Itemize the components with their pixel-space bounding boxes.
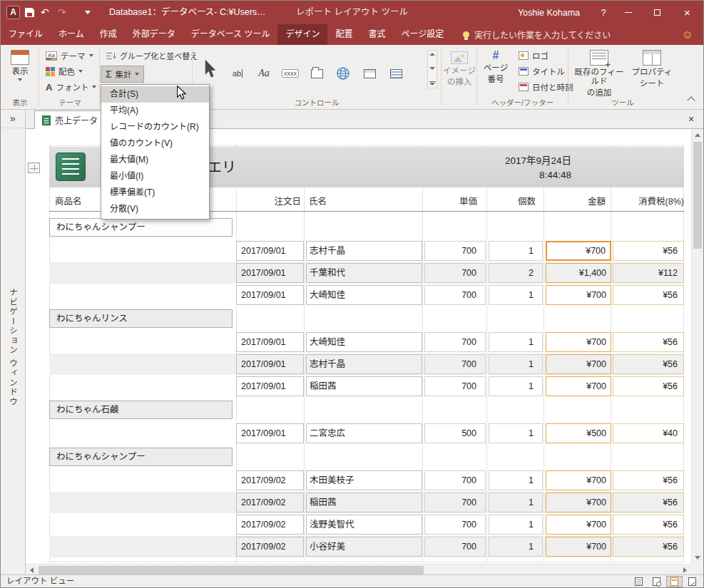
cell-qty[interactable]: 1	[489, 423, 543, 443]
cell-tax[interactable]: ¥56	[613, 332, 684, 352]
add-existing-fields-button[interactable]: 既存のフィールド の追加	[571, 46, 628, 98]
cell-price[interactable]: 700	[424, 285, 486, 305]
vertical-scrollbar[interactable]	[691, 129, 703, 564]
cell-amount[interactable]: ¥700	[546, 376, 611, 396]
cell-tax[interactable]: ¥56	[613, 241, 684, 261]
colors-button[interactable]: 配色	[41, 63, 88, 79]
cell-date[interactable]: 2017/09/01	[236, 376, 304, 396]
ribbon-tab-1[interactable]: ホーム	[51, 24, 92, 45]
cell-amount[interactable]: ¥700	[546, 241, 611, 261]
tell-me-box[interactable]: 実行したい作業を入力してください	[463, 24, 611, 45]
report-logo-icon[interactable]	[56, 153, 86, 181]
textbox-control-button[interactable]: ab	[226, 63, 249, 84]
report-title[interactable]: エリ	[208, 156, 236, 177]
close-document-icon[interactable]: ×	[685, 110, 698, 129]
group-header[interactable]: わにちゃんシャンプー	[49, 218, 233, 237]
print-preview-button[interactable]	[648, 576, 665, 587]
maximize-button[interactable]	[643, 1, 671, 24]
menu-item-0[interactable]: 合計(S)	[101, 86, 209, 103]
column-header-0[interactable]: 商品名	[55, 192, 82, 212]
access-app-icon[interactable]: A	[6, 6, 20, 19]
cell-amount[interactable]: ¥700	[546, 492, 611, 512]
page-number-button[interactable]: # ページ 番号	[479, 46, 512, 84]
cell-tax[interactable]: ¥56	[613, 537, 684, 557]
cell-amount[interactable]: ¥700	[546, 285, 611, 305]
menu-item-1[interactable]: 平均(A)	[101, 103, 209, 119]
cell-date[interactable]: 2017/09/01	[236, 241, 304, 261]
cell-name[interactable]: 浅野美智代	[306, 515, 422, 535]
cell-tax[interactable]: ¥56	[613, 492, 684, 512]
report-time[interactable]: 8:44:48	[539, 170, 571, 180]
menu-item-6[interactable]: 標準偏差(T)	[101, 185, 209, 201]
web-browser-control-button[interactable]	[332, 63, 354, 84]
cell-date[interactable]: 2017/09/01	[236, 423, 304, 443]
ribbon-tab-6[interactable]: 配置	[327, 24, 360, 45]
collapse-ribbon-icon[interactable]	[687, 96, 695, 104]
scroll-up-icon[interactable]	[692, 129, 703, 141]
cell-qty[interactable]: 1	[489, 354, 543, 374]
cell-price[interactable]: 700	[424, 332, 486, 352]
cell-amount[interactable]: ¥700	[546, 354, 611, 374]
cell-date[interactable]: 2017/09/01	[236, 263, 304, 283]
cell-price[interactable]: 700	[424, 470, 486, 490]
cell-qty[interactable]: 1	[489, 537, 543, 557]
menu-item-3[interactable]: 値のカウント(V)	[101, 135, 209, 152]
cell-amount[interactable]: ¥700	[546, 332, 611, 352]
cell-date[interactable]: 2017/09/02	[236, 515, 304, 535]
column-header-1[interactable]: 注文日	[236, 192, 304, 212]
layout-selector-icon[interactable]	[28, 163, 40, 173]
cell-date[interactable]: 2017/09/01	[236, 354, 304, 374]
cell-name[interactable]: 木田美枝子	[306, 470, 422, 490]
cell-price[interactable]: 700	[424, 515, 486, 535]
cell-qty[interactable]: 1	[489, 285, 543, 305]
scroll-down-icon[interactable]	[692, 552, 703, 564]
cell-name[interactable]: 志村千晶	[306, 241, 422, 261]
cell-amount[interactable]: ¥1,400	[546, 263, 611, 283]
ribbon-tab-3[interactable]: 外部データ	[125, 24, 183, 45]
cell-tax[interactable]: ¥56	[613, 470, 684, 490]
cell-name[interactable]: 稲田茜	[306, 492, 422, 512]
combo-box-control-button[interactable]	[384, 63, 407, 84]
design-view-button[interactable]	[684, 576, 700, 587]
quick-access-dropdown-icon[interactable]	[85, 11, 91, 14]
cell-qty[interactable]: 1	[489, 470, 543, 490]
group-and-sort-button[interactable]: グループ化と並べ替え	[101, 48, 203, 63]
cell-name[interactable]: 大崎知佳	[306, 332, 422, 352]
label-control-button[interactable]: Aa	[252, 63, 275, 84]
group-header[interactable]: わにちゃんシャンプー	[49, 448, 233, 466]
layout-view-button[interactable]	[666, 576, 683, 587]
column-header-2[interactable]: 氏名	[309, 192, 327, 212]
tab-control-button[interactable]	[305, 63, 328, 84]
cell-tax[interactable]: ¥56	[613, 354, 684, 374]
cell-tax[interactable]: ¥56	[613, 515, 684, 535]
close-window-button[interactable]: ×	[671, 1, 703, 24]
cell-name[interactable]: 大崎知佳	[306, 285, 422, 305]
group-header[interactable]: わにちゃんリンス	[49, 309, 233, 328]
ribbon-tab-8[interactable]: ページ設定	[393, 24, 452, 45]
cell-amount[interactable]: ¥700	[546, 515, 611, 535]
subform-control-button[interactable]	[358, 63, 381, 84]
cell-price[interactable]: 700	[424, 537, 486, 557]
cell-name[interactable]: 小谷好美	[306, 537, 422, 557]
view-button[interactable]: 表示	[5, 46, 35, 81]
menu-item-2[interactable]: レコードのカウント(R)	[101, 119, 209, 135]
cell-qty[interactable]: 1	[489, 376, 543, 396]
cell-price[interactable]: 700	[424, 492, 486, 512]
cell-date[interactable]: 2017/09/01	[236, 285, 304, 305]
report-date[interactable]: 2017年9月24日	[505, 153, 571, 167]
ribbon-tab-5[interactable]: デザイン	[277, 24, 327, 45]
property-sheet-button[interactable]: プロパティ シート	[630, 46, 674, 88]
ribbon-tab-0[interactable]: ファイル	[1, 24, 51, 45]
feedback-smiley-icon[interactable]: ☺	[682, 24, 693, 45]
cell-name[interactable]: 千葉和代	[306, 263, 422, 283]
title-button[interactable]: タイトル	[514, 63, 570, 79]
expand-navigation-icon[interactable]: »	[1, 113, 25, 128]
cell-date[interactable]: 2017/09/01	[236, 332, 304, 352]
cell-amount[interactable]: ¥500	[546, 423, 611, 443]
cell-name[interactable]: 志村千晶	[306, 354, 422, 374]
menu-item-7[interactable]: 分散(V)	[101, 201, 209, 217]
cell-name[interactable]: 二宮忠広	[306, 423, 422, 443]
column-header-3[interactable]: 単価	[424, 192, 486, 212]
cell-price[interactable]: 700	[424, 241, 486, 261]
cell-price[interactable]: 500	[424, 423, 486, 443]
